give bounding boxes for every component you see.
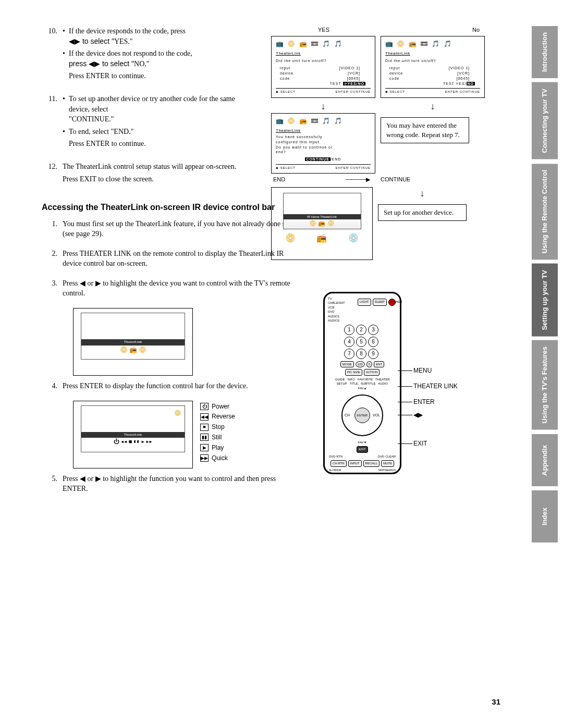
stop-icon: ■ — [200, 424, 209, 431]
continue-label: CONTINUE — [381, 176, 410, 182]
chapter-tabs: Introduction Connecting your TV Using th… — [532, 26, 563, 547]
kv-code-v: [0045] — [347, 76, 360, 81]
acc-s1-num: 1. — [42, 219, 63, 241]
device-icon: 💿 — [348, 232, 359, 244]
testline-yes: ☞YES/NO — [343, 82, 365, 85]
screen-title-no: TheaterLink — [385, 51, 480, 56]
kvn-code-v: [0045] — [457, 76, 470, 81]
acc-s4: Press ENTER to display the function cont… — [63, 381, 302, 391]
kvn-input-k: input — [389, 66, 400, 71]
skip: SKIP/SEARCH — [378, 468, 396, 472]
test-no: TEST — [443, 82, 455, 85]
btn-mode: MODE — [340, 361, 354, 367]
acc-s3-num: 3. — [42, 278, 63, 301]
note-wrong-code: You may have entered the wrong code. Rep… — [381, 117, 469, 143]
tv-control-bar-diagram: TheaterLink 📀 📻 📀 — [73, 308, 193, 376]
btn-recall: RECALL — [363, 460, 380, 466]
kvn-device-v: [VCR] — [457, 71, 470, 76]
callout-arrows: ◀▶ — [413, 411, 423, 419]
ft-sel: ◆:SELECT — [276, 90, 296, 94]
legend-play: Play — [212, 443, 224, 452]
step-10c: Press ENTER to continue. — [63, 71, 245, 81]
btn-mute: MUTE — [381, 460, 394, 466]
screen-q-no: Did the unit turn on/off? — [385, 58, 480, 64]
kv-input-k: input — [280, 66, 290, 71]
rem-lbl-dvd: DVD — [328, 310, 345, 314]
reverse-icon: ◀◀ — [200, 413, 209, 421]
ftn-sel: ◆:SELECT — [385, 90, 405, 94]
function-legend: ⏻Power ◀◀Reverse ■Stop ▮▮Still ▶Play ▶▶Q… — [200, 401, 235, 468]
btn-chrtn: CH RTN — [331, 460, 347, 466]
btn-action: ACTION — [364, 369, 380, 375]
kvn-input-v: [VIDEO 1] — [448, 66, 470, 71]
dvdclear: DVD CLEAR — [378, 454, 396, 459]
screen-icons-no: 📺 📀 📻 📼 🎵 🎵 — [385, 40, 480, 48]
conf-msg4: end? — [276, 150, 371, 155]
screen-icons-c: 📺 📀 📻 📼 🎵 🎵 — [276, 117, 371, 126]
step-10a2a: ◀▶ to select " — [69, 37, 114, 45]
arrow-down-icon-3: ↓ — [378, 187, 467, 200]
dpad: CH ENTER VOL — [341, 394, 383, 436]
fav-dn: FAV▼ — [329, 440, 396, 445]
acc-s5-num: 5. — [42, 474, 63, 496]
tab-connecting: Connecting your TV — [532, 82, 558, 159]
ftn-ent: ENTER:CONTINUE — [445, 90, 480, 94]
acc-s2: Press THEATER LINK on the remote control… — [63, 249, 302, 269]
screen-no: 📺 📀 📻 📼 🎵 🎵 TheaterLink Did the unit tur… — [381, 36, 485, 97]
enter-button: ENTER — [354, 408, 370, 423]
kv-device-k: device — [280, 71, 293, 76]
note-another-device: Set up for another device. — [378, 204, 467, 221]
screen-title-yes: TheaterLink — [276, 51, 371, 56]
conf-end: /END — [331, 157, 341, 161]
kv-input-v: [VIDEO 1] — [339, 66, 360, 71]
tv-function-bar-diagram: 📀 TheaterLink ⏻ ◀◀ ■ ▮▮ ▶ ▶▶ — [73, 401, 193, 468]
arrow-down-icon: ↓ — [271, 100, 375, 113]
kvn-device-k: device — [389, 71, 403, 76]
yes-label: YES — [318, 26, 329, 34]
rem-lbl-audio2: AUDIO2 — [328, 318, 345, 323]
kv-device-v: [VCR] — [348, 71, 360, 76]
btn-power: POWER — [388, 299, 396, 306]
legend-stop: Stop — [212, 423, 225, 431]
step-10b: If the device does not respond to the co… — [69, 50, 192, 57]
callout-enter: ENTER — [413, 398, 435, 406]
device-icon: 📀 — [285, 232, 296, 244]
conf-cont: CONTINUE — [305, 157, 331, 161]
acc-s3: Press ◀ or ▶ to highlight the device you… — [63, 278, 302, 299]
btn-picsize: PIC SIZE — [345, 369, 362, 375]
end-label: END — [273, 176, 285, 182]
accessing-steps: 1. You must first set up the TheaterLink… — [42, 219, 302, 496]
tab-introduction: Introduction — [532, 26, 558, 78]
remote-diagram: TV CABLE/SAT VCR DVD AUDIO1 AUDIO2 LIGHT… — [323, 292, 480, 474]
no-label: No — [472, 26, 480, 34]
legend-quick: Quick — [212, 454, 228, 463]
tab-setting-up: Setting up your TV — [532, 264, 558, 337]
tab-remote: Using the Remote Control — [532, 164, 558, 260]
btn-exit: EXIT — [357, 446, 368, 452]
btn-ent: ENT — [374, 361, 384, 367]
tab-appendix: Appendix — [532, 434, 558, 486]
acc-s5: Press ◀ or ▶ to highlight the function y… — [63, 474, 302, 494]
test-yes: TEST — [330, 82, 341, 85]
step-10-num: 10. — [42, 26, 63, 83]
legend-reverse: Reverse — [212, 412, 235, 421]
dpad-ch: CH — [345, 413, 350, 418]
numpad: 123 456 789 — [344, 325, 381, 359]
callout-theater: THEATER LINK — [413, 382, 458, 391]
quick-icon: ▶▶ — [200, 454, 209, 462]
btn-input: INPUT — [348, 460, 362, 466]
tv-status-diagram: IR Home TheaterLink 📀 📻 📀 📀 📻 💿 — [271, 187, 373, 260]
step-10b2a: press ◀▶ to select " — [69, 59, 134, 68]
slow: SLOW/DR — [329, 468, 341, 472]
mode-row: MODE 1000 ENT — [329, 361, 396, 367]
play-icon: ▶ — [200, 444, 209, 451]
device-corner-icon: 📀 — [174, 409, 181, 417]
rem-lbl-vcr: VCR — [328, 305, 345, 310]
callout-menu: MENU — [413, 366, 432, 375]
ftc-sel: ◆:SELECT — [276, 166, 296, 170]
fav-up: FAV▲ — [329, 386, 396, 390]
conf-msg1: You have successfully — [276, 134, 371, 140]
rem-lbl-audio1: AUDIO1 — [328, 314, 345, 318]
conf-msg2: configured this input. — [276, 140, 371, 145]
arrow-down-icon-2: ↓ — [381, 100, 485, 113]
